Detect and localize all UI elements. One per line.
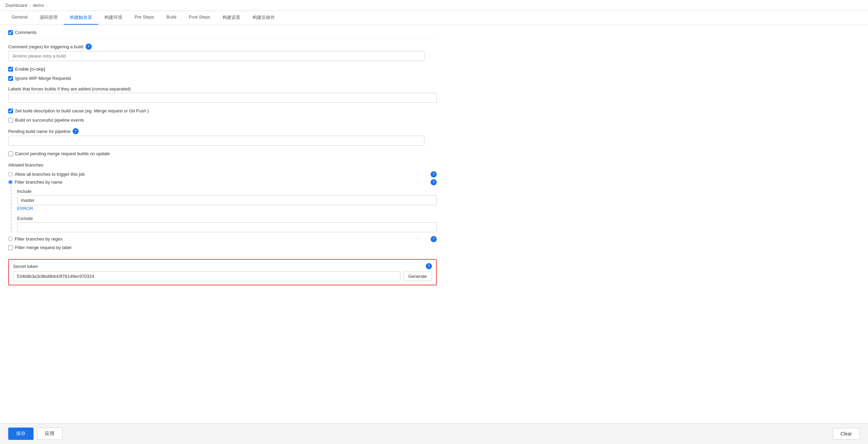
breadcrumb: Dashboard › demo › <box>0 0 868 11</box>
include-input[interactable] <box>17 195 437 205</box>
filter-branches-subsection: Include ERROR Exclude <box>11 186 437 232</box>
breadcrumb-sep-1: › <box>29 3 31 8</box>
ci-skip-checkbox[interactable] <box>8 67 13 72</box>
breadcrumb-sep-2: › <box>46 3 47 8</box>
clear-button[interactable]: Clear <box>833 428 860 440</box>
filter-by-name-help-icon[interactable]: ? <box>431 179 437 185</box>
filter-by-name-label[interactable]: Filter branches by name <box>15 180 62 185</box>
tab-pre-steps[interactable]: Pre Steps <box>128 11 160 25</box>
filter-merge-label[interactable]: Filter merge request by label <box>15 245 72 250</box>
allowed-branches-header: Allowed branches <box>8 161 437 170</box>
pending-build-section: Pending build name for pipeline ? <box>8 125 437 149</box>
labels-label: Labels that forces builds if they are ad… <box>8 86 437 91</box>
include-error: ERROR <box>17 205 437 212</box>
cancel-pending-row: Cancel pending merge request builds on u… <box>8 149 437 158</box>
filter-by-regex-radio-row: Filter branches by regex ? <box>8 235 437 243</box>
save-button[interactable]: 保存 <box>8 428 34 440</box>
tab-post-steps[interactable]: Post Steps <box>182 11 216 25</box>
comments-section: Comments <box>8 25 437 39</box>
filter-by-regex-help-icon[interactable]: ? <box>431 236 437 242</box>
action-bar-right: Clear <box>833 428 860 440</box>
set-build-desc-checkbox[interactable] <box>8 109 13 113</box>
comment-regex-help-icon[interactable]: ? <box>86 44 92 50</box>
secret-token-input[interactable] <box>13 271 400 281</box>
action-bar-left: 保存 应用 <box>8 428 62 440</box>
tab-build-trigger[interactable]: 构建触发器 <box>64 11 98 25</box>
secret-token-help-icon[interactable]: ? <box>426 263 432 269</box>
filter-merge-label-row: Filter merge request by label <box>8 243 437 252</box>
cancel-pending-checkbox[interactable] <box>8 151 13 156</box>
cancel-pending-label[interactable]: Cancel pending merge request builds on u… <box>15 151 110 156</box>
filter-by-regex-radio[interactable] <box>8 237 13 241</box>
build-pipeline-row: Build on successful pipeline events <box>8 115 437 125</box>
apply-button[interactable]: 应用 <box>37 428 62 440</box>
ignore-wip-checkbox[interactable] <box>8 76 13 81</box>
tab-general[interactable]: General <box>5 11 34 25</box>
pending-build-input[interactable] <box>8 136 424 146</box>
allow-all-radio[interactable] <box>8 172 13 176</box>
include-label: Include <box>17 187 437 195</box>
breadcrumb-demo[interactable]: demo <box>33 3 44 8</box>
action-bar: 保存 应用 Clear <box>0 423 868 442</box>
filter-by-regex-label[interactable]: Filter branches by regex <box>15 236 62 242</box>
allow-all-label[interactable]: Allow all branches to trigger this job <box>15 172 85 177</box>
ignore-wip-row: Ignore WIP Merge Requests <box>8 74 437 83</box>
comment-regex-section: Comment (regex) for triggering a build ? <box>8 40 437 64</box>
ci-skip-label[interactable]: Enable [ci-skip] <box>15 66 45 72</box>
tab-post-build[interactable]: 构建后操作 <box>246 11 281 25</box>
comment-regex-label: Comment (regex) for triggering a build <box>8 44 84 49</box>
comments-label[interactable]: Comments <box>15 30 37 35</box>
tab-source-mgmt[interactable]: 源码管理 <box>34 11 64 25</box>
comments-checkbox-row: Comments <box>8 28 437 37</box>
secret-token-section: Secret token ? Generate <box>8 259 437 285</box>
allow-all-radio-row: Allow all branches to trigger this job ? <box>8 170 437 178</box>
breadcrumb-dashboard[interactable]: Dashboard <box>5 3 27 8</box>
set-build-desc-label[interactable]: Set build description to build cause (eg… <box>15 108 149 113</box>
labels-section: Labels that forces builds if they are ad… <box>8 83 437 106</box>
tab-build[interactable]: Build <box>160 11 182 25</box>
secret-token-label: Secret token <box>13 264 38 269</box>
generate-button[interactable]: Generate <box>403 272 432 281</box>
comment-regex-input[interactable] <box>8 51 424 61</box>
allowed-branches-section: Allowed branches Allow all branches to t… <box>8 158 437 255</box>
pending-build-label: Pending build name for pipeline <box>8 129 71 134</box>
exclude-input[interactable] <box>17 222 437 232</box>
labels-input[interactable] <box>8 93 437 103</box>
tab-build-settings[interactable]: 构建设置 <box>216 11 246 25</box>
main-content: Comments Comment (regex) for triggering … <box>0 25 868 442</box>
filter-by-name-radio-row: Filter branches by name ? <box>8 178 437 186</box>
filter-merge-checkbox[interactable] <box>8 245 13 250</box>
ci-skip-row: Enable [ci-skip] <box>8 64 437 74</box>
build-pipeline-label[interactable]: Build on successful pipeline events <box>15 118 84 123</box>
build-pipeline-checkbox[interactable] <box>8 118 13 123</box>
tab-build-env[interactable]: 构建环境 <box>98 11 128 25</box>
filter-by-name-radio[interactable] <box>8 180 13 184</box>
ignore-wip-label[interactable]: Ignore WIP Merge Requests <box>15 76 71 81</box>
set-build-desc-row: Set build description to build cause (eg… <box>8 106 437 115</box>
exclude-label: Exclude <box>17 214 437 222</box>
tab-bar: General 源码管理 构建触发器 构建环境 Pre Steps Build … <box>0 11 868 25</box>
pending-build-help-icon[interactable]: ? <box>73 128 79 134</box>
comments-checkbox[interactable] <box>8 30 13 35</box>
allow-all-help-icon[interactable]: ? <box>431 171 437 177</box>
